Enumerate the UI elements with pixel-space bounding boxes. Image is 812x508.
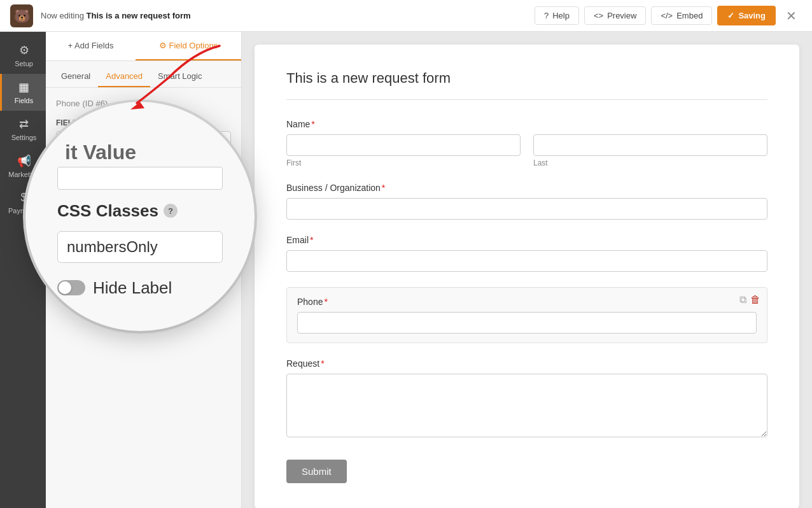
preview-field-name: Name* First Last (286, 119, 767, 167)
fields-icon: ▦ (18, 80, 29, 94)
email-input[interactable] (286, 250, 767, 272)
logo: 🐻 (10, 4, 33, 27)
preview-icon: <> (594, 11, 603, 20)
last-label: Last (533, 159, 767, 167)
top-bar: 🐻 Now editing This is a new request form… (0, 0, 812, 32)
check-icon: ✓ (727, 11, 734, 20)
form-preview-title: This is a new request form (286, 70, 767, 100)
last-name-input[interactable] (533, 134, 767, 156)
preview-button[interactable]: <> Preview (584, 6, 646, 25)
form-preview: This is a new request form Name* First L… (255, 45, 799, 508)
settings-icon: ⇄ (19, 117, 29, 131)
editing-text: Now editing This is a new request form (41, 11, 191, 20)
placeholder-value-input[interactable] (57, 167, 223, 190)
sidebar-item-fields[interactable]: ▦ Fields (0, 74, 46, 111)
panel-tabs: + Add Fields ⚙ Field Options (46, 32, 241, 61)
css-classes-label-large: CSS Classes ? (57, 201, 178, 221)
tab-field-options[interactable]: ⚙ Field Options (136, 32, 241, 60)
setup-icon: ⚙ (19, 43, 29, 57)
preview-field-business: Business / Organization* (286, 183, 767, 220)
top-bar-right: ? Help <> Preview </> Embed ✓ Saving ✕ (535, 6, 802, 26)
phone-label: Phone* (297, 297, 757, 307)
embed-button[interactable]: </> Embed (651, 6, 712, 25)
smart-logic-label: Smart Logic (158, 71, 202, 81)
business-input[interactable] (286, 198, 767, 220)
field-actions: ⧉ 🗑 (739, 294, 760, 306)
main-content: This is a new request form Name* First L… (242, 32, 812, 508)
saving-button[interactable]: ✓ Saving (717, 6, 776, 25)
copy-field-button[interactable]: ⧉ (739, 294, 746, 306)
editing-prefix: Now editing (41, 11, 87, 20)
help-label: Help (552, 11, 570, 20)
sub-tab-advanced[interactable]: Advanced (98, 66, 150, 87)
submit-button[interactable]: Submit (286, 460, 347, 483)
form-name: This is a new request form (87, 11, 191, 20)
name-label: Name* (286, 119, 767, 129)
help-icon: ? (544, 11, 549, 20)
sub-tab-general[interactable]: General (53, 66, 98, 87)
business-label: Business / Organization* (286, 183, 767, 193)
preview-field-phone: Phone* ⧉ 🗑 (286, 287, 767, 343)
first-name-input[interactable] (286, 134, 521, 156)
add-fields-label: Add Fields (74, 41, 113, 50)
field-options-tab-icon: ⚙ (159, 41, 167, 50)
field-id: (ID #6) (82, 99, 108, 108)
magnify-overlay: it Value CSS Classes ? Hide Label (25, 102, 255, 331)
sidebar-label-settings: Settings (11, 134, 37, 141)
partial-text: it Value (57, 136, 136, 167)
advanced-label: Advanced (106, 71, 143, 81)
phone-input[interactable] (297, 312, 757, 334)
top-bar-left: 🐻 Now editing This is a new request form (10, 4, 191, 27)
first-name-col: First (286, 134, 521, 167)
field-options-label: Field Options (169, 41, 218, 50)
preview-label: Preview (607, 11, 636, 20)
hide-label-text: Hide Label (93, 278, 172, 298)
sidebar-item-setup[interactable]: ⚙ Setup (0, 37, 46, 74)
sidebar-label-fields: Fields (15, 97, 33, 104)
embed-icon: </> (661, 11, 673, 20)
hide-label-toggle[interactable] (57, 280, 85, 295)
preview-field-request: Request* (286, 358, 767, 439)
delete-field-button[interactable]: 🗑 (750, 294, 760, 306)
hide-label-row: Hide Label (57, 278, 172, 298)
saving-label: Saving (738, 11, 766, 20)
sub-tab-smart-logic[interactable]: Smart Logic (150, 66, 209, 87)
name-row: First Last (286, 134, 767, 167)
logo-bear: 🐻 (14, 8, 30, 24)
general-label: General (61, 71, 90, 81)
email-label: Email* (286, 235, 767, 245)
phone-field-wrapper: Phone* ⧉ 🗑 (286, 287, 767, 343)
sidebar-item-settings[interactable]: ⇄ Settings (0, 111, 46, 148)
request-textarea[interactable] (286, 374, 767, 437)
sub-tabs: General Advanced Smart Logic (46, 61, 241, 88)
embed-label: Embed (676, 11, 703, 20)
css-classes-input[interactable] (57, 231, 223, 263)
help-button[interactable]: ? Help (535, 6, 579, 25)
add-fields-tab-icon: + (68, 41, 73, 50)
tab-add-fields[interactable]: + Add Fields (46, 32, 136, 60)
request-label: Request* (286, 358, 767, 369)
sidebar-label-setup: Setup (15, 60, 33, 67)
css-help-icon-large[interactable]: ? (164, 204, 178, 218)
preview-field-email: Email* (286, 235, 767, 272)
marketing-icon: 📢 (17, 154, 31, 168)
first-label: First (286, 159, 521, 167)
last-name-col: Last (533, 134, 767, 167)
field-name: Phone (56, 99, 80, 108)
close-button[interactable]: ✕ (781, 6, 802, 26)
